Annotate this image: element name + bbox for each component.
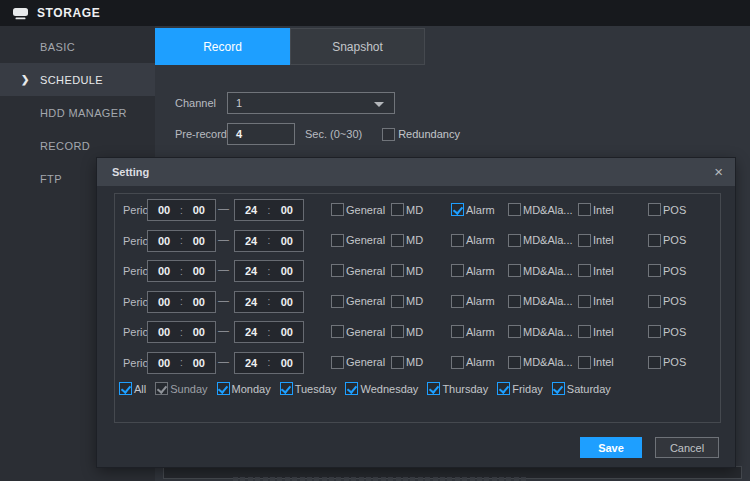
day-thursday-checkbox[interactable] bbox=[427, 382, 440, 395]
alarm-checkbox[interactable] bbox=[451, 264, 464, 277]
md-checkbox[interactable] bbox=[391, 264, 404, 277]
grid-square bbox=[484, 477, 489, 481]
record-type-md: MD bbox=[391, 356, 423, 369]
record-type-label: MD bbox=[406, 265, 423, 277]
start-time-field[interactable]: 00:00 bbox=[147, 260, 216, 282]
general-checkbox[interactable] bbox=[331, 234, 344, 247]
md-ala-checkbox[interactable] bbox=[508, 234, 521, 247]
intel-checkbox[interactable] bbox=[578, 295, 591, 308]
record-type-md-ala: MD&Ala... bbox=[508, 356, 573, 369]
day-wednesday-checkbox[interactable] bbox=[345, 382, 358, 395]
day-all-checkbox[interactable] bbox=[119, 382, 132, 395]
sidebar-item-hdd-manager[interactable]: HDD MANAGER bbox=[0, 96, 155, 129]
alarm-checkbox[interactable] bbox=[451, 356, 464, 369]
close-icon[interactable]: × bbox=[714, 162, 723, 182]
record-type-label: Intel bbox=[593, 356, 614, 368]
prerecord-input[interactable]: 4 bbox=[227, 123, 295, 145]
pos-checkbox[interactable] bbox=[648, 325, 661, 338]
record-type-label: POS bbox=[663, 234, 686, 246]
md-ala-checkbox[interactable] bbox=[508, 203, 521, 216]
start-time-field[interactable]: 00:00 bbox=[147, 199, 216, 221]
grid-square bbox=[499, 477, 504, 481]
grid-square bbox=[351, 477, 356, 481]
pos-checkbox[interactable] bbox=[648, 264, 661, 277]
record-type-label: Alarm bbox=[466, 204, 495, 216]
grid-square bbox=[359, 477, 364, 481]
intel-checkbox[interactable] bbox=[578, 203, 591, 216]
start-minute: 00 bbox=[193, 296, 205, 308]
md-checkbox[interactable] bbox=[391, 325, 404, 338]
redundancy-checkbox[interactable] bbox=[382, 128, 395, 141]
intel-checkbox[interactable] bbox=[578, 234, 591, 247]
topbar: STORAGE bbox=[0, 0, 750, 26]
record-type-md-ala: MD&Ala... bbox=[508, 203, 573, 216]
md-checkbox[interactable] bbox=[391, 356, 404, 369]
record-type-label: MD bbox=[406, 356, 423, 368]
record-type-intel: Intel bbox=[578, 264, 614, 277]
start-time-field[interactable]: 00:00 bbox=[147, 352, 216, 374]
page-title: STORAGE bbox=[37, 6, 100, 20]
alarm-checkbox[interactable] bbox=[451, 234, 464, 247]
end-time-field[interactable]: 24:00 bbox=[234, 199, 304, 221]
pos-checkbox[interactable] bbox=[648, 234, 661, 247]
range-dash: — bbox=[218, 324, 229, 336]
day-saturday-checkbox[interactable] bbox=[552, 382, 565, 395]
md-ala-checkbox[interactable] bbox=[508, 325, 521, 338]
sidebar-item-basic[interactable]: BASIC bbox=[0, 30, 155, 63]
day-tuesday-checkbox[interactable] bbox=[280, 382, 293, 395]
grid-square bbox=[300, 477, 305, 481]
end-time-field[interactable]: 24:00 bbox=[234, 291, 304, 313]
record-type-label: Alarm bbox=[466, 234, 495, 246]
grid-square bbox=[366, 477, 371, 481]
record-type-general: General bbox=[331, 203, 385, 216]
pos-checkbox[interactable] bbox=[648, 203, 661, 216]
day-friday-checkbox[interactable] bbox=[497, 382, 510, 395]
pos-checkbox[interactable] bbox=[648, 295, 661, 308]
intel-checkbox[interactable] bbox=[578, 325, 591, 338]
md-ala-checkbox[interactable] bbox=[508, 356, 521, 369]
day-all: All bbox=[119, 382, 146, 395]
end-time-field[interactable]: 24:00 bbox=[234, 352, 304, 374]
intel-checkbox[interactable] bbox=[578, 264, 591, 277]
alarm-checkbox[interactable] bbox=[451, 325, 464, 338]
record-type-alarm: Alarm bbox=[451, 234, 495, 247]
md-checkbox[interactable] bbox=[391, 234, 404, 247]
grid-square bbox=[270, 477, 275, 481]
general-checkbox[interactable] bbox=[331, 264, 344, 277]
md-ala-checkbox[interactable] bbox=[508, 295, 521, 308]
alarm-checkbox[interactable] bbox=[451, 295, 464, 308]
end-time-field[interactable]: 24:00 bbox=[234, 230, 304, 252]
record-type-label: POS bbox=[663, 295, 686, 307]
md-checkbox[interactable] bbox=[391, 203, 404, 216]
general-checkbox[interactable] bbox=[331, 325, 344, 338]
record-type-label: Intel bbox=[593, 326, 614, 338]
record-type-pos: POS bbox=[648, 295, 686, 308]
time-colon: : bbox=[180, 235, 183, 246]
sidebar-item-schedule[interactable]: ❯SCHEDULE bbox=[0, 63, 155, 96]
cancel-button[interactable]: Cancel bbox=[655, 437, 719, 458]
record-type-md-ala: MD&Ala... bbox=[508, 325, 573, 338]
end-time-field[interactable]: 24:00 bbox=[234, 321, 304, 343]
start-time-field[interactable]: 00:00 bbox=[147, 291, 216, 313]
md-checkbox[interactable] bbox=[391, 295, 404, 308]
general-checkbox[interactable] bbox=[331, 295, 344, 308]
day-sunday-checkbox[interactable] bbox=[155, 382, 168, 395]
pos-checkbox[interactable] bbox=[648, 356, 661, 369]
save-button[interactable]: Save bbox=[580, 437, 642, 458]
intel-checkbox[interactable] bbox=[578, 356, 591, 369]
tab-snapshot[interactable]: Snapshot bbox=[290, 28, 425, 65]
general-checkbox[interactable] bbox=[331, 356, 344, 369]
grid-square bbox=[322, 477, 327, 481]
alarm-checkbox[interactable] bbox=[451, 203, 464, 216]
grid-square bbox=[492, 477, 497, 481]
md-ala-checkbox[interactable] bbox=[508, 264, 521, 277]
tab-record[interactable]: Record bbox=[155, 28, 290, 65]
record-type-md-ala: MD&Ala... bbox=[508, 234, 573, 247]
day-monday-checkbox[interactable] bbox=[217, 382, 230, 395]
end-time-field[interactable]: 24:00 bbox=[234, 260, 304, 282]
channel-select[interactable]: 1 bbox=[227, 92, 395, 114]
general-checkbox[interactable] bbox=[331, 203, 344, 216]
record-type-label: Alarm bbox=[466, 356, 495, 368]
start-time-field[interactable]: 00:00 bbox=[147, 321, 216, 343]
start-time-field[interactable]: 00:00 bbox=[147, 230, 216, 252]
